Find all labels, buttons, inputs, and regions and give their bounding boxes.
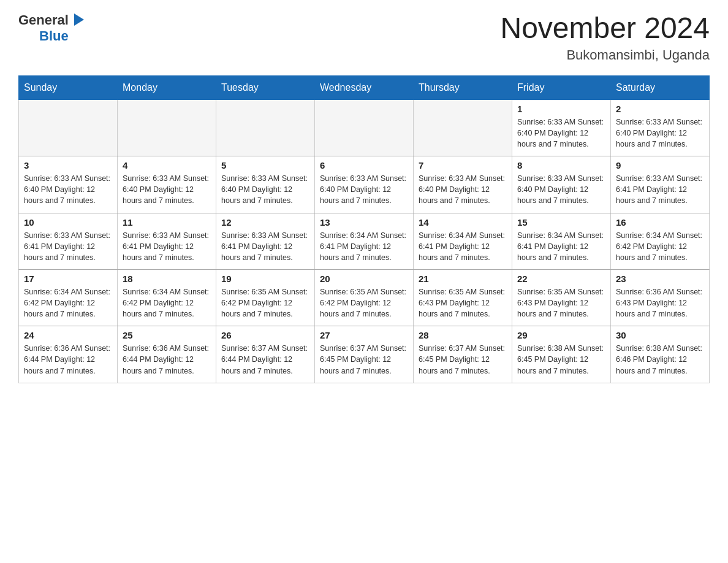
calendar-week-row: 3Sunrise: 6:33 AM Sunset: 6:40 PM Daylig… [19, 156, 710, 213]
day-number: 17 [24, 274, 112, 284]
calendar-cell: 15Sunrise: 6:34 AM Sunset: 6:41 PM Dayli… [512, 213, 611, 269]
calendar-cell [414, 99, 512, 156]
page-header: General Blue November 2024 Bukomansimbi,… [18, 12, 710, 63]
day-number: 28 [419, 330, 507, 340]
calendar-cell: 28Sunrise: 6:37 AM Sunset: 6:45 PM Dayli… [414, 326, 512, 383]
calendar-week-row: 17Sunrise: 6:34 AM Sunset: 6:42 PM Dayli… [19, 269, 710, 326]
calendar-table: SundayMondayTuesdayWednesdayThursdayFrid… [18, 75, 710, 383]
calendar-cell: 6Sunrise: 6:33 AM Sunset: 6:40 PM Daylig… [315, 156, 414, 213]
day-number: 8 [517, 160, 605, 170]
calendar-cell: 24Sunrise: 6:36 AM Sunset: 6:44 PM Dayli… [19, 326, 118, 383]
day-number: 16 [616, 217, 704, 228]
day-number: 11 [123, 217, 211, 228]
day-info: Sunrise: 6:35 AM Sunset: 6:43 PM Dayligh… [419, 286, 507, 320]
day-info: Sunrise: 6:34 AM Sunset: 6:42 PM Dayligh… [24, 286, 112, 320]
day-info: Sunrise: 6:33 AM Sunset: 6:40 PM Dayligh… [24, 173, 112, 206]
calendar-cell: 21Sunrise: 6:35 AM Sunset: 6:43 PM Dayli… [414, 269, 512, 326]
calendar-cell: 19Sunrise: 6:35 AM Sunset: 6:42 PM Dayli… [216, 269, 315, 326]
calendar-cell: 23Sunrise: 6:36 AM Sunset: 6:43 PM Dayli… [611, 269, 710, 326]
day-number: 30 [616, 330, 704, 340]
day-number: 15 [517, 217, 605, 228]
day-info: Sunrise: 6:36 AM Sunset: 6:44 PM Dayligh… [24, 343, 112, 376]
calendar-cell: 11Sunrise: 6:33 AM Sunset: 6:41 PM Dayli… [118, 213, 216, 269]
calendar-cell: 30Sunrise: 6:38 AM Sunset: 6:46 PM Dayli… [611, 326, 710, 383]
day-info: Sunrise: 6:33 AM Sunset: 6:40 PM Dayligh… [320, 173, 408, 206]
calendar-header-row: SundayMondayTuesdayWednesdayThursdayFrid… [19, 75, 710, 99]
calendar-cell [315, 99, 414, 156]
calendar-cell: 8Sunrise: 6:33 AM Sunset: 6:40 PM Daylig… [512, 156, 611, 213]
calendar-cell [118, 99, 216, 156]
day-number: 19 [221, 274, 309, 284]
day-number: 18 [123, 274, 211, 284]
calendar-cell: 3Sunrise: 6:33 AM Sunset: 6:40 PM Daylig… [19, 156, 118, 213]
calendar-cell: 12Sunrise: 6:33 AM Sunset: 6:41 PM Dayli… [216, 213, 315, 269]
day-info: Sunrise: 6:33 AM Sunset: 6:40 PM Dayligh… [517, 173, 605, 206]
day-number: 3 [24, 160, 112, 170]
calendar-cell: 27Sunrise: 6:37 AM Sunset: 6:45 PM Dayli… [315, 326, 414, 383]
day-info: Sunrise: 6:34 AM Sunset: 6:41 PM Dayligh… [419, 230, 507, 263]
calendar-cell: 5Sunrise: 6:33 AM Sunset: 6:40 PM Daylig… [216, 156, 315, 213]
calendar-cell: 2Sunrise: 6:33 AM Sunset: 6:40 PM Daylig… [611, 99, 710, 156]
day-info: Sunrise: 6:35 AM Sunset: 6:42 PM Dayligh… [320, 286, 408, 320]
day-info: Sunrise: 6:33 AM Sunset: 6:40 PM Dayligh… [221, 173, 309, 206]
day-info: Sunrise: 6:34 AM Sunset: 6:41 PM Dayligh… [517, 230, 605, 263]
calendar-cell: 13Sunrise: 6:34 AM Sunset: 6:41 PM Dayli… [315, 213, 414, 269]
calendar-cell: 4Sunrise: 6:33 AM Sunset: 6:40 PM Daylig… [118, 156, 216, 213]
day-number: 23 [616, 274, 704, 284]
calendar-cell: 25Sunrise: 6:36 AM Sunset: 6:44 PM Dayli… [118, 326, 216, 383]
calendar-cell: 16Sunrise: 6:34 AM Sunset: 6:42 PM Dayli… [611, 213, 710, 269]
day-number: 6 [320, 160, 408, 170]
calendar-cell: 18Sunrise: 6:34 AM Sunset: 6:42 PM Dayli… [118, 269, 216, 326]
day-number: 5 [221, 160, 309, 170]
day-number: 9 [616, 160, 704, 170]
day-info: Sunrise: 6:33 AM Sunset: 6:40 PM Dayligh… [616, 117, 704, 150]
logo-general-text: General [18, 12, 69, 28]
day-info: Sunrise: 6:33 AM Sunset: 6:40 PM Dayligh… [517, 117, 605, 150]
day-number: 2 [616, 104, 704, 114]
day-info: Sunrise: 6:37 AM Sunset: 6:45 PM Dayligh… [419, 343, 507, 376]
calendar-cell: 9Sunrise: 6:33 AM Sunset: 6:41 PM Daylig… [611, 156, 710, 213]
day-info: Sunrise: 6:33 AM Sunset: 6:41 PM Dayligh… [123, 230, 211, 263]
day-info: Sunrise: 6:34 AM Sunset: 6:42 PM Dayligh… [616, 230, 704, 263]
calendar-cell [216, 99, 315, 156]
day-info: Sunrise: 6:36 AM Sunset: 6:44 PM Dayligh… [123, 343, 211, 376]
calendar-cell: 26Sunrise: 6:37 AM Sunset: 6:44 PM Dayli… [216, 326, 315, 383]
day-number: 25 [123, 330, 211, 340]
day-number: 26 [221, 330, 309, 340]
calendar-title: November 2024 [500, 12, 710, 45]
day-info: Sunrise: 6:37 AM Sunset: 6:44 PM Dayligh… [221, 343, 309, 376]
day-info: Sunrise: 6:34 AM Sunset: 6:41 PM Dayligh… [320, 230, 408, 263]
calendar-week-row: 10Sunrise: 6:33 AM Sunset: 6:41 PM Dayli… [19, 213, 710, 269]
day-number: 22 [517, 274, 605, 284]
day-info: Sunrise: 6:33 AM Sunset: 6:40 PM Dayligh… [123, 173, 211, 206]
day-info: Sunrise: 6:35 AM Sunset: 6:43 PM Dayligh… [517, 286, 605, 320]
day-number: 1 [517, 104, 605, 114]
calendar-dow-thursday: Thursday [414, 75, 512, 99]
day-info: Sunrise: 6:38 AM Sunset: 6:46 PM Dayligh… [616, 343, 704, 376]
calendar-cell: 14Sunrise: 6:34 AM Sunset: 6:41 PM Dayli… [414, 213, 512, 269]
calendar-subtitle: Bukomansimbi, Uganda [500, 47, 710, 63]
calendar-cell: 22Sunrise: 6:35 AM Sunset: 6:43 PM Dayli… [512, 269, 611, 326]
day-number: 20 [320, 274, 408, 284]
calendar-week-row: 1Sunrise: 6:33 AM Sunset: 6:40 PM Daylig… [19, 99, 710, 156]
logo-blue-text: Blue [39, 28, 69, 44]
day-number: 4 [123, 160, 211, 170]
day-info: Sunrise: 6:33 AM Sunset: 6:41 PM Dayligh… [616, 173, 704, 206]
calendar-dow-monday: Monday [118, 75, 216, 99]
calendar-dow-saturday: Saturday [611, 75, 710, 99]
calendar-cell: 10Sunrise: 6:33 AM Sunset: 6:41 PM Dayli… [19, 213, 118, 269]
day-info: Sunrise: 6:33 AM Sunset: 6:41 PM Dayligh… [221, 230, 309, 263]
day-number: 12 [221, 217, 309, 228]
day-info: Sunrise: 6:37 AM Sunset: 6:45 PM Dayligh… [320, 343, 408, 376]
day-info: Sunrise: 6:36 AM Sunset: 6:43 PM Dayligh… [616, 286, 704, 320]
logo-icon [70, 11, 88, 28]
calendar-cell: 20Sunrise: 6:35 AM Sunset: 6:42 PM Dayli… [315, 269, 414, 326]
calendar-cell: 29Sunrise: 6:38 AM Sunset: 6:45 PM Dayli… [512, 326, 611, 383]
day-info: Sunrise: 6:38 AM Sunset: 6:45 PM Dayligh… [517, 343, 605, 376]
logo: General Blue [18, 12, 88, 44]
calendar-cell: 7Sunrise: 6:33 AM Sunset: 6:40 PM Daylig… [414, 156, 512, 213]
day-info: Sunrise: 6:35 AM Sunset: 6:42 PM Dayligh… [221, 286, 309, 320]
calendar-dow-wednesday: Wednesday [315, 75, 414, 99]
calendar-dow-sunday: Sunday [19, 75, 118, 99]
day-number: 29 [517, 330, 605, 340]
